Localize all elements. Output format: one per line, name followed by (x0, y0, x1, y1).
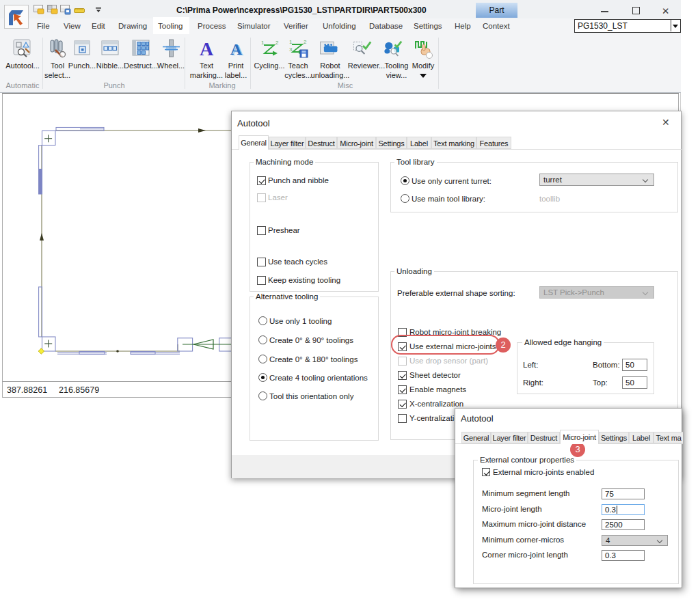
svg-text:A: A (230, 40, 243, 58)
svg-text:2: 2 (275, 40, 279, 46)
svg-text:A: A (200, 38, 214, 59)
svg-text:2: 2 (304, 39, 307, 45)
